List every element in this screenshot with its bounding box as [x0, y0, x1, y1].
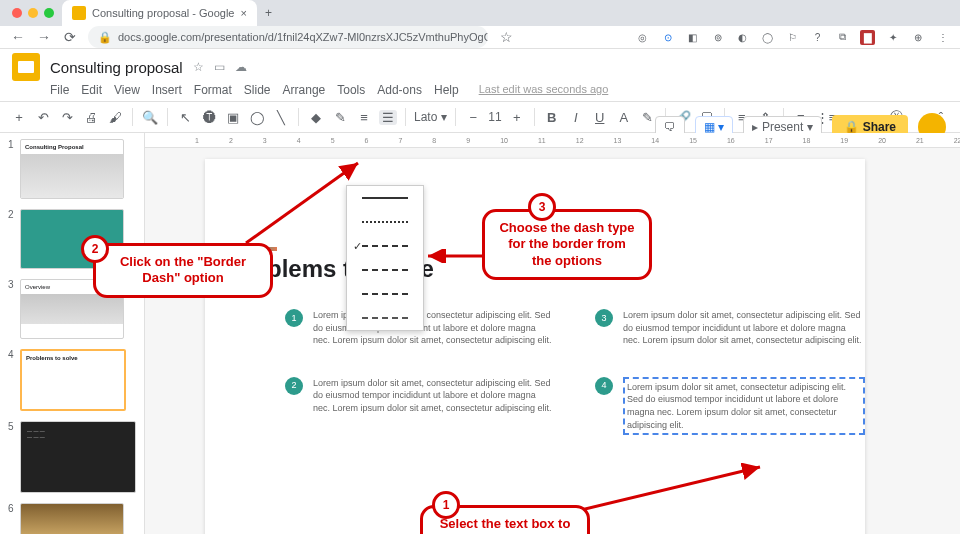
menu-edit[interactable]: Edit: [81, 83, 102, 97]
ext-icon[interactable]: ◎: [635, 30, 650, 45]
new-slide-button[interactable]: +: [10, 110, 28, 125]
line-tool[interactable]: ╲: [272, 110, 290, 125]
menu-view[interactable]: View: [114, 83, 140, 97]
ext-icon[interactable]: ◧: [685, 30, 700, 45]
close-window[interactable]: [12, 8, 22, 18]
url-text: docs.google.com/presentation/d/1fnil24qX…: [118, 31, 488, 43]
fill-color-button[interactable]: ◆: [307, 110, 325, 125]
browser-menu-icon[interactable]: ⋮: [935, 30, 950, 45]
lock-icon: 🔒: [98, 31, 112, 44]
zoom-button[interactable]: 🔍: [141, 110, 159, 125]
canvas-area: 123456789101112131415161718192021222324 …: [145, 133, 960, 534]
dash-short[interactable]: [347, 234, 423, 258]
ext-icon[interactable]: ⚐: [785, 30, 800, 45]
menu-help[interactable]: Help: [434, 83, 459, 97]
tab-title: Consulting proposal - Google: [92, 7, 234, 19]
paint-format-button[interactable]: 🖌: [106, 110, 124, 125]
ruler: 123456789101112131415161718192021222324: [145, 133, 960, 148]
ext-icon[interactable]: ⊙: [660, 30, 675, 45]
border-dash-button[interactable]: ☰: [379, 110, 397, 125]
star-doc-icon[interactable]: ☆: [193, 60, 204, 74]
dash-long[interactable]: [347, 282, 423, 306]
ext-icon[interactable]: ◯: [760, 30, 775, 45]
shape-tool[interactable]: ◯: [248, 110, 266, 125]
editor-body: 1 Consulting Proposal 2 3 Overview 4 Pro…: [0, 133, 960, 534]
annot-bubble-2: Click on the "Border Dash" option: [93, 243, 273, 298]
ext-icon[interactable]: ▇: [860, 30, 875, 45]
font-select[interactable]: Lato ▾: [414, 110, 447, 124]
ext-icon[interactable]: ◐: [735, 30, 750, 45]
select-tool[interactable]: ↖: [176, 110, 194, 125]
font-size[interactable]: 11: [488, 110, 501, 124]
item-4-selected[interactable]: 4 Lorem ipsum dolor sit amet, consectetu…: [595, 377, 865, 435]
ext-icon[interactable]: ⧉: [835, 30, 850, 45]
move-doc-icon[interactable]: ▭: [214, 60, 225, 74]
fontsize-dec[interactable]: −: [464, 110, 482, 125]
slides-logo[interactable]: [12, 53, 40, 81]
last-edit-text[interactable]: Last edit was seconds ago: [479, 83, 609, 97]
minimize-window[interactable]: [28, 8, 38, 18]
star-icon[interactable]: ☆: [498, 29, 514, 45]
textbox-tool[interactable]: 🅣: [200, 110, 218, 125]
underline-button[interactable]: U: [591, 110, 609, 125]
annot-badge-2: 2: [81, 235, 109, 263]
text-color-button[interactable]: A: [615, 110, 633, 125]
browser-tab[interactable]: Consulting proposal - Google ×: [62, 0, 257, 26]
menu-format[interactable]: Format: [194, 83, 232, 97]
cloud-status-icon[interactable]: ☁: [235, 60, 247, 74]
reload-button[interactable]: ⟳: [62, 29, 78, 45]
undo-button[interactable]: ↶: [34, 110, 52, 125]
menu-tools[interactable]: Tools: [337, 83, 365, 97]
maximize-window[interactable]: [44, 8, 54, 18]
dash-med[interactable]: [347, 258, 423, 282]
item-3[interactable]: 3 Lorem ipsum dolor sit amet, consectetu…: [595, 309, 865, 347]
slides-favicon: [72, 6, 86, 20]
italic-button[interactable]: I: [567, 110, 585, 125]
border-weight-button[interactable]: ≡: [355, 110, 373, 125]
forward-button[interactable]: →: [36, 29, 52, 45]
dash-dashdot[interactable]: [347, 306, 423, 330]
border-dash-menu: [346, 185, 424, 331]
thumb-1[interactable]: Consulting Proposal: [20, 139, 124, 199]
annot-badge-1: 1: [432, 491, 460, 519]
window-controls: [8, 8, 62, 26]
image-tool[interactable]: ▣: [224, 110, 242, 125]
dash-dotted[interactable]: [347, 210, 423, 234]
slide-thumbs: 1 Consulting Proposal 2 3 Overview 4 Pro…: [0, 133, 145, 534]
redo-button[interactable]: ↷: [58, 110, 76, 125]
border-color-button[interactable]: ✎: [331, 110, 349, 125]
ext-icon[interactable]: ⊚: [710, 30, 725, 45]
ext-icon[interactable]: ⊕: [910, 30, 925, 45]
back-button[interactable]: ←: [10, 29, 26, 45]
menu-addons[interactable]: Add-ons: [377, 83, 422, 97]
annot-badge-3: 3: [528, 193, 556, 221]
close-tab-icon[interactable]: ×: [240, 7, 246, 19]
item-2[interactable]: 2 Lorem ipsum dolor sit amet, consectetu…: [285, 377, 555, 435]
menubar: File Edit View Insert Format Slide Arran…: [0, 81, 960, 101]
browser-toolbar: ← → ⟳ 🔒 docs.google.com/presentation/d/1…: [0, 26, 960, 49]
annot-bubble-3: Choose the dash type for the border from…: [482, 209, 652, 280]
browser-tabbar: Consulting proposal - Google × +: [0, 0, 960, 26]
fontsize-inc[interactable]: +: [508, 110, 526, 125]
bold-button[interactable]: B: [543, 110, 561, 125]
new-tab-button[interactable]: +: [257, 6, 282, 26]
menu-insert[interactable]: Insert: [152, 83, 182, 97]
menu-arrange[interactable]: Arrange: [283, 83, 326, 97]
menu-file[interactable]: File: [50, 83, 69, 97]
doc-title[interactable]: Consulting proposal: [50, 59, 183, 76]
address-bar[interactable]: 🔒 docs.google.com/presentation/d/1fnil24…: [88, 26, 488, 48]
slides-app: Consulting proposal ☆ ▭ ☁ File Edit View…: [0, 49, 960, 534]
thumb-6[interactable]: Understanding the market: [20, 503, 124, 534]
print-button[interactable]: 🖨: [82, 110, 100, 125]
thumb-5[interactable]: — — —— — —: [20, 421, 136, 493]
doc-titlebar: Consulting proposal ☆ ▭ ☁: [0, 49, 960, 81]
menu-slide[interactable]: Slide: [244, 83, 271, 97]
ext-icon[interactable]: ?: [810, 30, 825, 45]
ext-icon[interactable]: ✦: [885, 30, 900, 45]
thumb-4[interactable]: Problems to solve: [20, 349, 126, 411]
dash-solid[interactable]: [347, 186, 423, 210]
